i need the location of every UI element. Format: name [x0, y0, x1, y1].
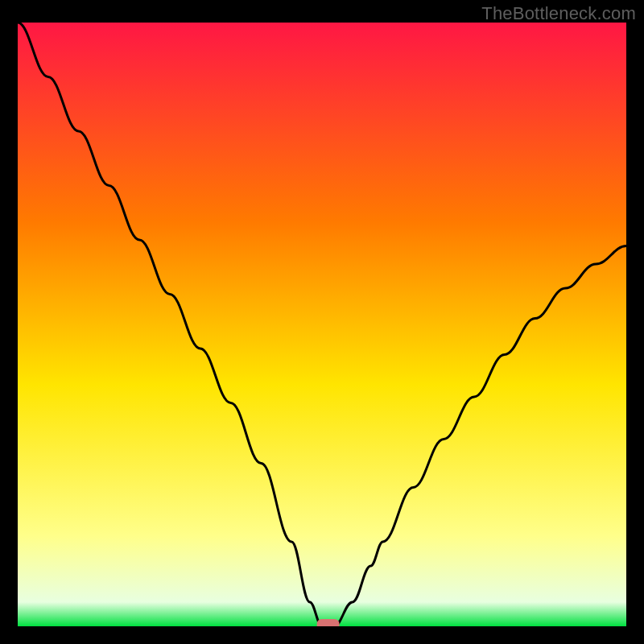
optimal-marker — [317, 619, 340, 626]
gradient-background — [18, 23, 626, 626]
plot-area — [18, 23, 626, 626]
watermark-label: TheBottleneck.com — [481, 3, 636, 24]
chart-frame: TheBottleneck.com — [0, 0, 644, 644]
bottleneck-chart — [18, 23, 626, 626]
